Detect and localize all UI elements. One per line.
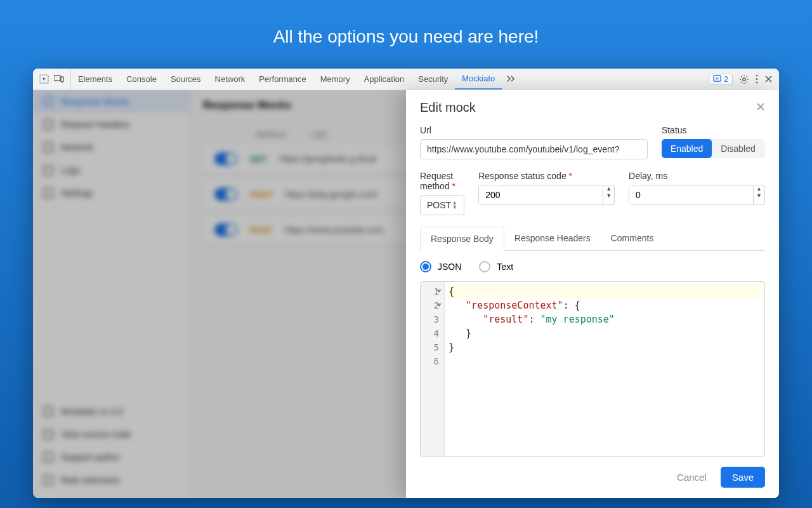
status-code-stepper[interactable]: ▲▼ xyxy=(478,185,615,205)
svg-rect-1 xyxy=(54,76,60,81)
cancel-button[interactable]: Cancel xyxy=(677,472,707,483)
radio-icon xyxy=(420,261,431,272)
devtools-window: Elements Console Sources Network Perform… xyxy=(33,69,779,498)
format-json[interactable]: JSON xyxy=(420,261,461,272)
tab-performance[interactable]: Performance xyxy=(252,69,313,90)
tab-console[interactable]: Console xyxy=(119,69,164,90)
chevron-updown-icon: ▲▼ xyxy=(452,201,457,210)
step-up-icon[interactable]: ▲ xyxy=(603,185,614,192)
device-toggle-icon[interactable] xyxy=(54,75,64,83)
svg-rect-2 xyxy=(61,77,63,82)
step-down-icon[interactable]: ▼ xyxy=(754,192,764,199)
status-disabled[interactable]: Disabled xyxy=(712,139,764,158)
tab-memory[interactable]: Memory xyxy=(313,69,357,90)
status-enabled[interactable]: Enabled xyxy=(662,139,712,158)
step-up-icon[interactable]: ▲ xyxy=(754,185,764,192)
issues-count: 2 xyxy=(724,75,728,84)
tab-application[interactable]: Application xyxy=(357,69,412,90)
issues-badge[interactable]: 2 xyxy=(709,74,733,85)
step-down-icon[interactable]: ▼ xyxy=(603,192,614,199)
editor-content[interactable]: { "responseContext": { "result": "my res… xyxy=(445,282,764,456)
response-tabs: Response Body Response Headers Comments xyxy=(420,227,765,251)
tab-comments[interactable]: Comments xyxy=(601,227,664,250)
tab-network[interactable]: Network xyxy=(208,69,252,90)
close-devtools-icon[interactable] xyxy=(764,75,773,83)
tab-response-headers[interactable]: Response Headers xyxy=(504,227,601,250)
panel-title: Edit mock xyxy=(420,100,476,115)
save-button[interactable]: Save xyxy=(721,467,765,488)
tab-mockiato[interactable]: Mockiato xyxy=(455,69,502,90)
edit-mock-panel: Edit mock Url Status Enabled Disabled xyxy=(406,90,779,498)
tab-security[interactable]: Security xyxy=(411,69,455,90)
tab-elements[interactable]: Elements xyxy=(71,69,119,90)
svg-point-4 xyxy=(743,77,745,80)
url-label: Url xyxy=(420,125,648,135)
svg-point-6 xyxy=(756,78,758,80)
svg-point-5 xyxy=(756,75,758,77)
editor-gutter: 1 2 3 4 5 6 xyxy=(421,282,445,456)
settings-icon[interactable] xyxy=(739,74,749,84)
method-label: Request method * xyxy=(420,171,464,191)
close-icon[interactable] xyxy=(756,102,765,114)
status-segmented: Enabled Disabled xyxy=(662,139,765,158)
promo-headline: All the options you need are here! xyxy=(0,0,812,47)
radio-icon xyxy=(479,261,490,272)
tabs-overflow-icon[interactable] xyxy=(502,74,521,84)
delay-input[interactable] xyxy=(629,185,753,204)
delay-stepper[interactable]: ▲▼ xyxy=(629,185,765,205)
code-label: Response status code * xyxy=(478,171,615,181)
json-editor[interactable]: 1 2 3 4 5 6 { "responseContext": { "resu… xyxy=(420,281,765,457)
url-input[interactable] xyxy=(420,139,648,159)
svg-point-7 xyxy=(756,82,758,84)
status-code-input[interactable] xyxy=(479,185,603,204)
kebab-icon[interactable] xyxy=(756,74,758,84)
devtools-topbar: Elements Console Sources Network Perform… xyxy=(33,69,779,90)
tab-sources[interactable]: Sources xyxy=(164,69,208,90)
inspect-icon[interactable] xyxy=(39,74,49,84)
delay-label: Delay, ms xyxy=(629,171,765,181)
status-label: Status xyxy=(662,125,765,135)
format-text[interactable]: Text xyxy=(479,261,513,272)
tab-response-body[interactable]: Response Body xyxy=(420,227,504,251)
method-select[interactable]: POST ▲▼ xyxy=(420,195,464,215)
